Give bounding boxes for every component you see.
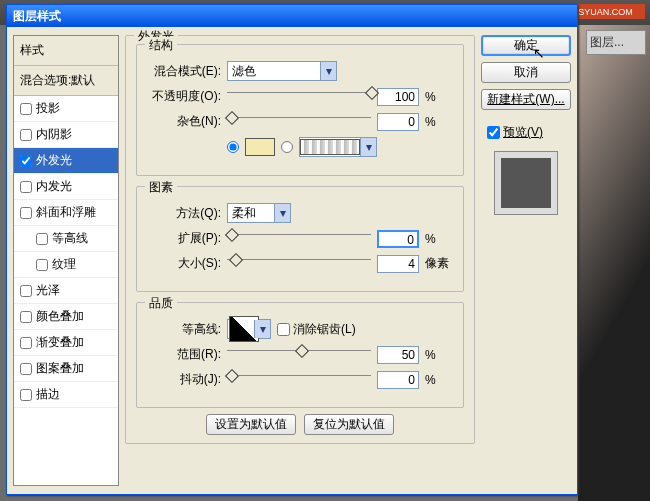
chevron-down-icon: ▾ [254,320,270,338]
size-value[interactable]: 4 [377,255,419,273]
layer-style-dialog: 图层样式 样式 混合选项:默认 投影内阴影外发光内发光斜面和浮雕等高线纹理光泽颜… [6,4,578,495]
gradient-radio[interactable] [281,141,293,153]
reset-default-button[interactable]: 复位为默认值 [304,414,394,435]
style-item[interactable]: 外发光 [14,148,118,174]
blend-mode-label: 混合模式(E): [149,63,221,80]
size-slider[interactable] [227,259,371,273]
style-label: 颜色叠加 [36,308,84,325]
style-item[interactable]: 纹理 [14,252,118,278]
style-item[interactable]: 投影 [14,96,118,122]
style-item[interactable]: 等高线 [14,226,118,252]
chevron-down-icon: ▾ [274,204,290,222]
style-label: 内发光 [36,178,72,195]
style-label: 斜面和浮雕 [36,204,96,221]
make-default-button[interactable]: 设置为默认值 [206,414,296,435]
style-checkbox[interactable] [36,233,48,245]
spread-label: 扩展(P): [149,230,221,247]
size-label: 大小(S): [149,255,221,272]
style-label: 外发光 [36,152,72,169]
style-item[interactable]: 内阴影 [14,122,118,148]
style-label: 等高线 [52,230,88,247]
blend-options[interactable]: 混合选项:默认 [14,66,118,96]
ok-button[interactable]: 确定 ↖ [481,35,571,56]
spread-slider[interactable] [227,234,371,248]
style-checkbox[interactable] [36,259,48,271]
style-checkbox[interactable] [20,181,32,193]
style-checkbox[interactable] [20,129,32,141]
style-label: 内阴影 [36,126,72,143]
antialias-check[interactable]: 消除锯齿(L) [277,321,356,338]
outer-glow-panel: 外发光 结构 混合模式(E): 滤色 ▾ 不透明度(O): 100 [125,35,475,444]
style-label: 图案叠加 [36,360,84,377]
preview-check[interactable]: 预览(V) [487,124,571,141]
style-item[interactable]: 描边 [14,382,118,408]
canvas-image [578,25,650,501]
style-label: 描边 [36,386,60,403]
cancel-button[interactable]: 取消 [481,62,571,83]
dialog-titlebar[interactable]: 图层样式 [7,5,577,27]
preview-swatch [494,151,558,215]
color-swatch[interactable] [245,138,275,156]
styles-list: 样式 混合选项:默认 投影内阴影外发光内发光斜面和浮雕等高线纹理光泽颜色叠加渐变… [13,35,119,486]
group-structure: 结构 混合模式(E): 滤色 ▾ 不透明度(O): 100 % [136,44,464,176]
jitter-value[interactable]: 0 [377,371,419,389]
style-item[interactable]: 颜色叠加 [14,304,118,330]
style-item[interactable]: 光泽 [14,278,118,304]
technique-label: 方法(Q): [149,205,221,222]
style-label: 投影 [36,100,60,117]
opacity-slider[interactable] [227,92,371,106]
noise-label: 杂色(N): [149,113,221,130]
color-radio[interactable] [227,141,239,153]
gradient-swatch [300,139,360,155]
layers-panel[interactable]: 图层... [586,30,646,55]
group-quality: 品质 等高线: ▾ 消除锯齿(L) 范围(R): [136,302,464,408]
jitter-slider[interactable] [227,375,371,389]
style-item[interactable]: 图案叠加 [14,356,118,382]
noise-value[interactable]: 0 [377,113,419,131]
range-slider[interactable] [227,350,371,364]
range-value[interactable]: 50 [377,346,419,364]
dialog-title: 图层样式 [13,8,61,25]
noise-slider[interactable] [227,117,371,131]
style-item[interactable]: 斜面和浮雕 [14,200,118,226]
style-item[interactable]: 内发光 [14,174,118,200]
group-elements: 图素 方法(Q): 柔和 ▾ 扩展(P): 0 % [136,186,464,292]
range-label: 范围(R): [149,346,221,363]
style-checkbox[interactable] [20,337,32,349]
contour-label: 等高线: [149,321,221,338]
style-label: 纹理 [52,256,76,273]
opacity-label: 不透明度(O): [149,88,221,105]
style-checkbox[interactable] [20,155,32,167]
style-checkbox[interactable] [20,389,32,401]
chevron-down-icon: ▾ [360,138,376,156]
opacity-value[interactable]: 100 [377,88,419,106]
jitter-label: 抖动(J): [149,371,221,388]
style-checkbox[interactable] [20,363,32,375]
style-checkbox[interactable] [20,285,32,297]
technique-combo[interactable]: 柔和 ▾ [227,203,291,223]
styles-header[interactable]: 样式 [14,36,118,66]
style-checkbox[interactable] [20,103,32,115]
blend-mode-combo[interactable]: 滤色 ▾ [227,61,337,81]
new-style-button[interactable]: 新建样式(W)... [481,89,571,110]
spread-value[interactable]: 0 [377,230,419,248]
gradient-combo[interactable]: ▾ [299,137,377,157]
style-item[interactable]: 渐变叠加 [14,330,118,356]
contour-picker[interactable]: ▾ [227,319,271,339]
chevron-down-icon: ▾ [320,62,336,80]
style-label: 光泽 [36,282,60,299]
cursor-icon: ↖ [533,45,545,61]
style-checkbox[interactable] [20,311,32,323]
style-label: 渐变叠加 [36,334,84,351]
style-checkbox[interactable] [20,207,32,219]
